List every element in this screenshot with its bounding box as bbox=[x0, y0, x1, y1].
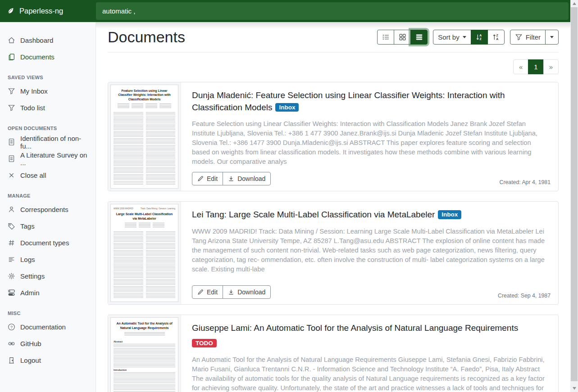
document-card: Feature Selection using Linear Classifie… bbox=[108, 82, 559, 191]
grid-view-icon bbox=[399, 33, 406, 41]
list-view-button[interactable] bbox=[377, 30, 394, 45]
filter-label: Filter bbox=[526, 33, 541, 41]
sort-ascending-button[interactable]: Z A bbox=[487, 30, 505, 45]
document-thumbnail[interactable]: Feature Selection using Linear Classifie… bbox=[108, 82, 181, 191]
tag-badge-inbox[interactable]: Inbox bbox=[275, 103, 299, 112]
sidebar-item-open-doc-2[interactable]: A Literature Survey on ... bbox=[0, 150, 96, 167]
sidebar-item-label: Logs bbox=[20, 256, 35, 263]
sidebar-item-todo-list[interactable]: Todo list bbox=[0, 99, 96, 116]
tag-badge-todo[interactable]: TODO bbox=[192, 339, 217, 348]
sidebar-item-tags[interactable]: Tags bbox=[0, 218, 96, 234]
document-excerpt: Feature Selection using Linear Classifie… bbox=[192, 119, 551, 167]
house-icon bbox=[8, 36, 15, 44]
toolbar: Sort by A Z bbox=[377, 30, 559, 45]
caret-down-icon bbox=[463, 36, 466, 38]
sidebar-item-label: A Literature Survey on ... bbox=[20, 151, 88, 167]
card-actions: Edit Download bbox=[192, 172, 271, 185]
funnel-icon bbox=[8, 87, 15, 95]
file-text-icon bbox=[8, 155, 15, 162]
sidebar-item-settings[interactable]: Settings bbox=[0, 268, 96, 284]
document-thumbnail[interactable]: An Automatic Tool for the Analysis of Na… bbox=[108, 315, 181, 392]
link-icon bbox=[8, 340, 15, 347]
document-card: WWW 2009 MADRID! Track: Data Mining / Se… bbox=[108, 201, 559, 305]
card-content: Giuseppe Lami: An Automatic Tool for the… bbox=[181, 315, 558, 392]
section-manage: Manage bbox=[8, 193, 88, 198]
sidebar-item-close-all[interactable]: Close all bbox=[0, 167, 96, 184]
sidebar-item-label: My Inbox bbox=[20, 87, 48, 95]
sidebar: Dashboard Documents Saved views My Inbox bbox=[0, 22, 96, 392]
filter-dropdown-button[interactable] bbox=[545, 30, 559, 45]
svg-text:Z: Z bbox=[480, 37, 482, 41]
download-label: Download bbox=[237, 288, 265, 296]
header-divider bbox=[108, 52, 559, 53]
sort-group: Sort by A Z bbox=[433, 30, 505, 45]
thumbnail-body bbox=[114, 372, 175, 392]
sidebar-item-documents[interactable]: Documents bbox=[0, 49, 96, 65]
documents-icon bbox=[8, 53, 15, 61]
download-button[interactable]: Download bbox=[223, 285, 271, 299]
person-icon bbox=[8, 206, 15, 213]
scrollbar-down-arrow[interactable] bbox=[570, 385, 578, 392]
door-icon bbox=[8, 356, 15, 364]
download-button[interactable]: Download bbox=[223, 172, 271, 185]
section-open-documents: Open documents bbox=[8, 126, 88, 131]
page-scrollbar[interactable] bbox=[570, 0, 578, 392]
sidebar-item-documentation[interactable]: ? Documentation bbox=[0, 319, 96, 335]
created-date: Created: Apr 4, 1981 bbox=[500, 179, 551, 185]
sort-by-button[interactable]: Sort by bbox=[433, 30, 471, 45]
sidebar-item-label: Documentation bbox=[20, 323, 66, 331]
thumbnail-authors bbox=[114, 332, 174, 336]
svg-text:A: A bbox=[479, 34, 482, 37]
body-row: Dashboard Documents Saved views My Inbox bbox=[0, 22, 578, 392]
document-title: Lei Tang: Large Scale Multi-Label Classi… bbox=[192, 210, 435, 219]
sidebar-item-logs[interactable]: Logs bbox=[0, 251, 96, 268]
thumbnail-header: WWW 2009 MADRID! Track: Data Mining / Se… bbox=[114, 207, 175, 210]
thumbnail-title: An Automatic Tool for the Analysis of Na… bbox=[114, 321, 174, 330]
hash-icon bbox=[8, 239, 15, 247]
thumbnail-title: Large Scale Multi-Label Classification v… bbox=[114, 212, 174, 221]
document-list: Feature Selection using Linear Classifie… bbox=[108, 82, 559, 392]
thumbnail-page: Feature Selection using Linear Classifie… bbox=[110, 85, 178, 189]
sidebar-item-label: Tags bbox=[20, 222, 35, 230]
sidebar-item-my-inbox[interactable]: My Inbox bbox=[0, 83, 96, 99]
thumbnail-page: WWW 2009 MADRID! Track: Data Mining / Se… bbox=[110, 204, 178, 302]
pagination-next-button[interactable]: » bbox=[543, 59, 559, 74]
sidebar-item-label: Documents bbox=[20, 53, 55, 61]
sidebar-item-github[interactable]: GitHub bbox=[0, 335, 96, 352]
card-content: Dunja Mladenić: Feature Selection using … bbox=[181, 82, 558, 191]
filter-group: Filter bbox=[510, 30, 559, 45]
pagination-prev-button[interactable]: « bbox=[513, 59, 528, 74]
pencil-icon bbox=[197, 289, 204, 295]
document-title-link[interactable]: Dunja Mladenić: Feature Selection using … bbox=[192, 90, 551, 113]
sidebar-item-open-doc-1[interactable]: Identification of non-fu... bbox=[0, 134, 96, 150]
detail-view-button[interactable] bbox=[410, 30, 428, 45]
scrollbar-thumb[interactable] bbox=[571, 7, 578, 381]
sidebar-item-correspondents[interactable]: Correspondents bbox=[0, 201, 96, 218]
sidebar-item-dashboard[interactable]: Dashboard bbox=[0, 32, 96, 49]
pencil-icon bbox=[197, 176, 204, 182]
brand[interactable]: Paperless-ng bbox=[0, 0, 96, 22]
document-thumbnail[interactable]: WWW 2009 MADRID! Track: Data Mining / Se… bbox=[108, 202, 181, 304]
sort-descending-button[interactable]: A Z bbox=[471, 30, 488, 45]
sidebar-item-logout[interactable]: Logout bbox=[0, 352, 96, 369]
badge-line: TODO bbox=[192, 338, 551, 350]
section-saved-views: Saved views bbox=[8, 75, 88, 80]
svg-text:Z: Z bbox=[496, 34, 499, 37]
document-title-link[interactable]: Lei Tang: Large Scale Multi-Label Classi… bbox=[192, 209, 551, 221]
sidebar-item-document-types[interactable]: Document types bbox=[0, 234, 96, 251]
pagination-page-1-button[interactable]: 1 bbox=[528, 59, 543, 74]
edit-button[interactable]: Edit bbox=[192, 285, 223, 299]
grid-view-button[interactable] bbox=[394, 30, 411, 45]
file-text-icon bbox=[8, 138, 15, 146]
document-title-link[interactable]: Giuseppe Lami: An Automatic Tool for the… bbox=[192, 322, 551, 349]
filter-button[interactable]: Filter bbox=[510, 30, 546, 45]
thumbnail-title: Feature Selection using Linear Classifie… bbox=[114, 89, 174, 101]
thumbnail-authors bbox=[114, 223, 174, 228]
scrollbar-up-arrow[interactable] bbox=[570, 0, 578, 7]
sidebar-item-admin[interactable]: Admin bbox=[0, 284, 96, 301]
search-input[interactable] bbox=[96, 2, 569, 20]
edit-button[interactable]: Edit bbox=[192, 172, 223, 185]
page-header: Documents bbox=[108, 28, 559, 46]
tag-badge-inbox[interactable]: Inbox bbox=[438, 210, 461, 219]
svg-text:A: A bbox=[496, 37, 498, 41]
